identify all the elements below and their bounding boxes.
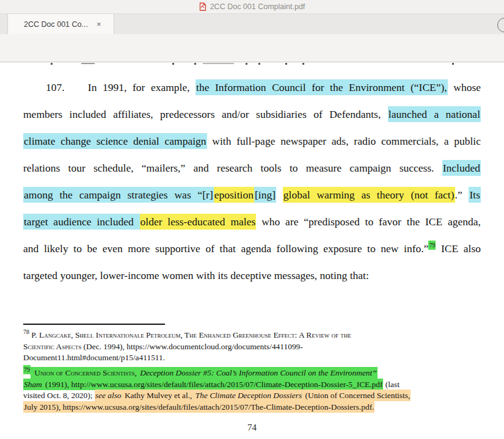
text-segment	[276, 189, 283, 201]
text-line: Scientific Aspects (Dec. 1994), https://…	[23, 341, 483, 353]
tab-label: 2CC Doc 001 Co...	[24, 20, 88, 29]
text-segment: with full-page newspaper ads, radio comm…	[207, 135, 481, 147]
highlighted-text: (1991), http://www.ucsusa.org/sites/defa…	[43, 379, 384, 390]
window-titlebar: 2CC Doc 001 Complaint.pdf	[0, 0, 504, 14]
text-line: target audience included older less-educ…	[23, 208, 481, 235]
text-line: visited Oct. 8, 2020); see also Kathy Mu…	[23, 390, 483, 402]
text-segment: (Dec. 1994), https://www.documentcloud.o…	[81, 342, 302, 351]
text-segment: .”	[455, 189, 469, 201]
pdf-viewer-window: 2CC Doc 001 Complaint.pdf 2CC Doc 001 Co…	[0, 0, 504, 439]
paragraph-107: 107. In 1991, for example, the Informati…	[23, 74, 481, 289]
text-segment: Scientific Aspects	[23, 342, 81, 351]
tab-bar: 2CC Doc 001 Co... ×	[0, 14, 504, 34]
highlighted-text: the Information Council for the Environm…	[195, 79, 448, 95]
highlighted-text: global warming as theory (not fact)	[283, 187, 455, 203]
highlighted-text: [ing]	[254, 187, 276, 203]
clipped-text-line	[0, 62, 504, 68]
highlighted-text: Union of Concerned Scientists,	[34, 367, 139, 379]
text-segment: 78	[23, 328, 29, 335]
footnote-separator	[23, 324, 165, 325]
footnote-78: 78 P. Langcake, Shell Internationale Pet…	[23, 330, 483, 364]
text-line: targeted younger, lower-income women wit…	[23, 262, 481, 289]
window-title: 2CC Doc 001 Complaint.pdf	[210, 2, 305, 11]
highlighted-text: launched a national	[388, 106, 481, 122]
text-line: July 2015), https://www.ucsusa.org/sites…	[23, 402, 483, 413]
text-segment: targeted younger, lower-income women wit…	[23, 269, 369, 281]
text-segment: relations tour schedule, “mailers,” and …	[23, 162, 442, 174]
highlighted-text: July 2015), https://www.ucsusa.org/sites…	[23, 401, 374, 413]
document-page[interactable]: 107. In 1991, for example, the Informati…	[0, 62, 504, 439]
page-number-label: 74	[0, 423, 504, 433]
close-icon[interactable]: ×	[97, 20, 101, 29]
text-segment: ICE also	[436, 242, 481, 255]
highlighted-text: climate change science denial campaign	[23, 133, 207, 149]
highlighted-text: The Climate Deception Dossiers	[195, 390, 302, 401]
text-segment: (last	[383, 380, 399, 389]
text-segment: members included affiliates, predecessor…	[23, 108, 388, 120]
highlighted-text: Deception Dossier #5: Coal’s Information…	[139, 367, 378, 379]
text-line: 78 P. Langcake, Shell Internationale Pet…	[23, 330, 483, 341]
highlighted-text: Included	[442, 160, 481, 176]
text-line: among the campaign strategies was “[r]ep…	[23, 181, 481, 208]
text-line: relations tour schedule, “mailers,” and …	[23, 154, 481, 181]
highlighted-text: older less-educated males	[140, 214, 257, 230]
text-segment: Document11.html#document/p15/a411511.	[23, 353, 165, 362]
text-segment: 107. In 1991, for example,	[46, 81, 195, 93]
text-segment: P. Langcake, Shell Internationale Petrol…	[31, 330, 351, 339]
highlighted-text: 79	[23, 365, 31, 374]
footnote-79: 79 Union of Concerned Scientists, Decept…	[23, 368, 483, 413]
highlighted-text: see also	[95, 390, 122, 401]
document-tab[interactable]: 2CC Doc 001 Co... ×	[7, 14, 114, 34]
highlighted-text: 79	[428, 241, 436, 250]
text-line: Document11.html#document/p15/a411511.	[23, 352, 483, 364]
highlighted-text: among the campaign strategies was “[r]	[23, 187, 214, 203]
text-segment: whose	[448, 81, 481, 93]
text-line: 79 Union of Concerned Scientists, Decept…	[23, 368, 483, 379]
pdf-icon	[199, 2, 206, 11]
highlighted-text: Kathy Mulvey et al.,	[122, 390, 195, 401]
highlighted-text: target audience included	[23, 214, 140, 230]
text-line: 107. In 1991, for example, the Informati…	[23, 74, 481, 101]
highlighted-text: (Union of Concerned Scientists,	[302, 390, 411, 401]
text-line: members included affiliates, predecessor…	[23, 101, 481, 128]
text-line: climate change science denial campaign w…	[23, 128, 481, 154]
highlighted-text: Sham	[23, 379, 43, 390]
text-line: Sham (1991), http://www.ucsusa.org/sites…	[23, 379, 483, 391]
text-segment: who are “predisposed to favor the ICE ag…	[256, 216, 481, 228]
highlighted-text: eposition	[214, 187, 254, 203]
text-line: and likely to be even more supportive of…	[23, 235, 481, 262]
account-icon[interactable]	[497, 18, 504, 32]
text-segment: visited Oct. 8, 2020);	[23, 391, 95, 400]
text-segment: and likely to be even more supportive of…	[23, 242, 428, 255]
highlighted-text: Its	[469, 187, 481, 203]
main-toolbar: / 139 100%	[0, 34, 504, 62]
